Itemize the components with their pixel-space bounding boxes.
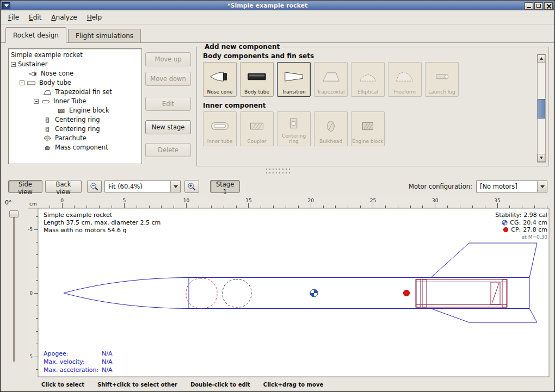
combo-arrow-button[interactable]	[170, 181, 180, 192]
cg-marker[interactable]	[310, 289, 318, 297]
add-freeform-button[interactable]: Freeform	[388, 62, 422, 97]
tab-rocket-design[interactable]: Rocket design	[5, 27, 66, 43]
component-button-label: Trapezoidal	[317, 89, 344, 95]
status-hint: Click+drag to move	[263, 382, 323, 388]
splitter-grip-icon	[265, 168, 290, 170]
mach-note: at M=0.30	[495, 234, 547, 240]
collapse-toggle-icon[interactable]	[34, 99, 39, 104]
tree-item-sustainer[interactable]: Sustainer	[9, 60, 141, 69]
add-transition-button[interactable]: Transition	[277, 62, 311, 97]
add-inner-tube-button[interactable]: Inner tube	[203, 111, 237, 146]
component-button-label: Inner tube	[207, 139, 233, 144]
side-view-button[interactable]: Side view	[8, 180, 42, 193]
window-menu-icon[interactable]	[2, 2, 10, 9]
flight-stat-max-acceleration: Max. acceleration:N/A	[44, 366, 112, 374]
component-button-label: Freeform	[394, 89, 416, 95]
tree-item-centering-ring[interactable]: Centering ring	[9, 125, 141, 134]
menu-edit[interactable]: Edit	[24, 11, 46, 23]
zoom-level-value: Fit (60.4%)	[105, 183, 170, 190]
new-stage-button[interactable]: New stage	[145, 120, 191, 134]
move-up-button[interactable]: Move up	[145, 52, 191, 66]
back-view-button[interactable]: Back view	[45, 180, 82, 193]
tree-item-label: Nose cone	[41, 69, 73, 78]
view-toolbar: Side view Back view Fit (60.4%) Stage 1 …	[1, 178, 554, 195]
scrollbar-track[interactable]	[538, 63, 545, 154]
tree-item-centering-ring[interactable]: Centering ring	[9, 115, 141, 125]
stability-row: Stability: 2.98 cal	[495, 211, 547, 219]
rocket-name: Simple example rocket	[44, 211, 161, 219]
collapse-toggle-icon[interactable]	[20, 80, 24, 85]
tree-item-label: Centering ring	[55, 115, 100, 125]
add-trapezoidal-button[interactable]: Trapezoidal	[314, 62, 348, 97]
transition-icon	[282, 64, 305, 89]
cp-marker[interactable]	[404, 290, 410, 296]
window-controls	[525, 2, 553, 10]
statusbar: Click to selectShift+click to select oth…	[1, 378, 554, 391]
tree-item-trapezoidal-fin-set[interactable]: Trapezoidal fin set	[9, 88, 141, 97]
delete-button[interactable]: Delete	[145, 143, 191, 157]
tree-item-simple-example-rocket[interactable]: Simple example rocket	[9, 51, 141, 60]
zoom-out-button[interactable]	[87, 180, 102, 193]
minimize-button[interactable]	[525, 2, 533, 10]
tree-item-inner-tube[interactable]: Inner Tube	[9, 97, 141, 106]
tree-centering-ring-icon	[42, 126, 52, 133]
tree-item-label: Engine block	[69, 106, 109, 115]
trapezoidal-fin-icon	[319, 64, 342, 89]
ruler-label: 0	[30, 290, 33, 296]
tree-nose-cone-icon	[28, 71, 38, 77]
motor-configuration-label: Motor configuration:	[409, 183, 472, 190]
ruler-label: 30	[432, 198, 439, 203]
split-pane-divider[interactable]	[1, 166, 554, 176]
cg-row: CG: 20.4 cm	[495, 219, 547, 227]
combo-arrow-button[interactable]	[537, 181, 547, 192]
zoom-level-combo[interactable]: Fit (60.4%)	[104, 181, 181, 192]
chevron-down-icon	[540, 185, 545, 188]
maximize-button[interactable]	[534, 2, 543, 10]
add-bulkhead-button[interactable]: Bulkhead	[314, 111, 348, 146]
collapse-toggle-icon[interactable]	[11, 62, 16, 67]
tree-item-mass-component[interactable]: Mass component	[9, 143, 141, 152]
add-nose-cone-button[interactable]: Nose cone	[203, 62, 237, 97]
tree-item-body-tube[interactable]: Body tube	[9, 78, 141, 88]
add-coupler-button[interactable]: Coupler	[240, 111, 274, 146]
tab-flight-simulations[interactable]: Flight simulations	[68, 29, 141, 42]
splitter-grip-icon	[265, 172, 290, 174]
move-down-button[interactable]: Move down	[145, 72, 191, 86]
zoom-in-button[interactable]	[184, 180, 199, 193]
scroll-up-button[interactable]	[538, 54, 545, 63]
menu-help[interactable]: Help	[82, 11, 107, 23]
edit-button[interactable]: Edit	[145, 97, 191, 111]
scroll-down-button[interactable]	[538, 154, 545, 162]
body-component-buttons: Nose coneBody tubeTransitionTrapezoidalE…	[203, 62, 544, 97]
tree-item-engine-block[interactable]: Engine block	[9, 106, 141, 115]
titlebar[interactable]: *Simple example rocket	[1, 1, 554, 10]
stage-1-toggle[interactable]: Stage 1	[210, 180, 240, 193]
menubar: FileEditAnalyzeHelp	[1, 10, 554, 24]
add-body-tube-button[interactable]: Body tube	[240, 62, 274, 97]
component-scrollbar[interactable]	[537, 54, 546, 163]
tree-item-nose-cone[interactable]: Nose cone	[9, 69, 141, 78]
horizontal-ruler-bg	[28, 198, 549, 208]
tree-item-parachute[interactable]: Parachute	[9, 134, 141, 143]
component-button-label: Launch lug	[428, 89, 455, 95]
component-button-label: Body tube	[244, 89, 269, 95]
add-engine-block-button[interactable]: Engine block	[351, 111, 385, 146]
maximize-icon	[536, 4, 541, 8]
component-button-label: Centering ring	[278, 133, 310, 144]
menu-file[interactable]: File	[3, 11, 24, 23]
close-button[interactable]	[544, 2, 553, 10]
component-tree[interactable]: Simple example rocketSustainerNose coneB…	[8, 48, 142, 164]
menu-analyze[interactable]: Analyze	[46, 11, 82, 23]
component-button-label: Transition	[282, 89, 306, 95]
cp-icon	[503, 227, 509, 233]
motor-configuration-combo[interactable]: [No motors]	[476, 181, 547, 192]
scrollbar-thumb[interactable]	[538, 99, 545, 119]
centering-ring-icon	[282, 114, 305, 133]
add-centering-ring-button[interactable]: Centering ring	[277, 111, 311, 146]
tree-body-tube-icon	[27, 80, 36, 86]
ruler-label: 25	[370, 198, 376, 203]
ruler-label: 5	[30, 354, 33, 359]
add-launch-lug-button[interactable]: Launch lug	[425, 62, 459, 97]
design-canvas: 0° cm 05101520253035 -505	[1, 197, 555, 378]
add-elliptical-button[interactable]: Elliptical	[351, 62, 385, 97]
